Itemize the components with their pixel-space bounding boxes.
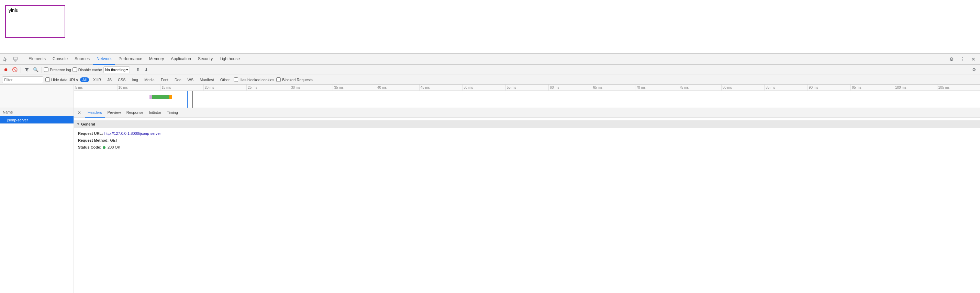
throttle-label: No throttling: [105, 68, 126, 72]
record-btn[interactable]: ⏺: [2, 66, 10, 73]
blocked-cookies-checkbox[interactable]: [234, 77, 238, 82]
request-name: jsonp-server: [7, 118, 28, 122]
toolbar-right: ⚙: [970, 66, 978, 73]
bar-waiting: [150, 95, 152, 99]
general-section-title: General: [81, 122, 95, 126]
filter-js-btn[interactable]: JS: [105, 77, 114, 82]
filter-all-btn[interactable]: All: [80, 77, 89, 82]
hide-data-urls-checkbox[interactable]: [45, 77, 50, 82]
waterfall-area: [74, 91, 980, 108]
tick-25ms: 25 ms: [247, 84, 290, 91]
devtools-panel: Elements Console Sources Network Perform…: [0, 53, 980, 293]
tab-lighthouse[interactable]: Lighthouse: [216, 54, 243, 65]
import-btn[interactable]: ⬆: [134, 66, 141, 73]
hide-data-urls-text: Hide data URLs: [51, 78, 78, 82]
filter-row: Hide data URLs All XHR JS CSS Img Media …: [0, 75, 980, 84]
tab-performance[interactable]: Performance: [115, 54, 146, 65]
detail-tab-response[interactable]: Response: [124, 108, 146, 118]
disable-cache-label[interactable]: Disable cache: [73, 67, 102, 72]
detail-tab-headers[interactable]: Headers: [85, 108, 105, 118]
status-dot-icon: [103, 146, 105, 149]
detail-tab-timing[interactable]: Timing: [164, 108, 181, 118]
svg-rect-0: [14, 57, 17, 60]
request-method-value: GET: [110, 138, 118, 143]
tab-sources[interactable]: Sources: [71, 54, 93, 65]
search-btn[interactable]: 🔍: [32, 66, 40, 73]
export-btn[interactable]: ⬇: [143, 66, 150, 73]
blocked-requests-label[interactable]: Blocked Requests: [276, 77, 313, 82]
tab-security[interactable]: Security: [194, 54, 216, 65]
svg-rect-1: [15, 60, 16, 61]
inspect-element-btn[interactable]: [2, 55, 10, 64]
detail-tab-preview[interactable]: Preview: [105, 108, 124, 118]
initiator-tab-label: Initiator: [149, 110, 161, 115]
response-tab-label: Response: [126, 110, 144, 115]
tick-40ms: 40 ms: [376, 84, 419, 91]
close-details-btn[interactable]: ✕: [76, 109, 83, 116]
tick-45ms: 45 ms: [419, 84, 463, 91]
yinlu-box: yinlu: [5, 5, 65, 38]
tab-memory[interactable]: Memory: [146, 54, 167, 65]
blocked-cookies-label[interactable]: Has blocked cookies: [234, 77, 274, 82]
filter-img-btn[interactable]: Img: [130, 77, 140, 82]
request-url-row: Request URL: http://127.0.0.1:8000/jsonp…: [78, 131, 976, 136]
tick-80ms: 80 ms: [721, 84, 765, 91]
clear-btn[interactable]: 🚫: [11, 66, 19, 73]
tick-60ms: 60 ms: [549, 84, 592, 91]
disable-cache-text: Disable cache: [78, 68, 102, 72]
device-toolbar-btn[interactable]: [11, 55, 20, 64]
preserve-log-checkbox[interactable]: [44, 67, 48, 72]
request-url-value[interactable]: http://127.0.0.1:8000/jsonp-server: [105, 131, 161, 136]
request-bar[interactable]: [150, 95, 172, 99]
tab-separator: [23, 56, 23, 62]
toolbar-sep-1: [21, 67, 21, 73]
network-settings-btn[interactable]: ⚙: [970, 66, 978, 73]
tab-elements[interactable]: Elements: [25, 54, 49, 65]
tab-application[interactable]: Application: [167, 54, 194, 65]
toolbar-sep-2: [41, 67, 42, 73]
filter-xhr-btn[interactable]: XHR: [91, 77, 103, 82]
ruler-ticks: 5 ms 10 ms 15 ms 20 ms 25 ms 30 ms 35 ms…: [74, 84, 980, 91]
filter-btn[interactable]: [23, 66, 30, 73]
general-section-header[interactable]: ▼ General: [74, 120, 980, 128]
filter-doc-btn[interactable]: Doc: [172, 77, 183, 82]
blocked-requests-checkbox[interactable]: [276, 77, 281, 82]
tick-15ms: 15 ms: [160, 84, 204, 91]
tick-20ms: 20 ms: [204, 84, 247, 91]
status-code-value: 200 OK: [103, 145, 120, 150]
tick-5ms: 5 ms: [74, 84, 117, 91]
close-devtools-btn[interactable]: ✕: [969, 55, 978, 64]
bar-orange: [169, 95, 172, 99]
devtools-tab-actions: ⚙ ⋮ ✕: [947, 55, 978, 64]
disable-cache-checkbox[interactable]: [73, 67, 77, 72]
preserve-log-label[interactable]: Preserve log: [44, 67, 71, 72]
timing-tab-label: Timing: [167, 110, 178, 115]
main-content: Name jsonp-server ✕ Headers Preview Resp…: [0, 108, 980, 293]
preview-tab-label: Preview: [108, 110, 121, 115]
page-area: yinlu: [0, 0, 980, 53]
filter-css-btn[interactable]: CSS: [116, 77, 128, 82]
load-event-line: [192, 91, 193, 108]
status-code-text: 200 OK: [108, 145, 120, 149]
tab-network[interactable]: Network: [93, 54, 115, 65]
request-row[interactable]: jsonp-server: [0, 116, 73, 124]
filter-font-btn[interactable]: Font: [159, 77, 170, 82]
timeline-area: 5 ms 10 ms 15 ms 20 ms 25 ms 30 ms 35 ms…: [0, 84, 980, 108]
status-code-row: Status Code: 200 OK: [78, 145, 976, 150]
tab-console[interactable]: Console: [49, 54, 71, 65]
throttle-select[interactable]: No throttling ▾: [103, 66, 130, 73]
filter-manifest-btn[interactable]: Manifest: [197, 77, 216, 82]
filter-media-btn[interactable]: Media: [142, 77, 157, 82]
yinlu-text: yinlu: [9, 8, 19, 13]
filter-other-btn[interactable]: Other: [218, 77, 232, 82]
tick-30ms: 30 ms: [290, 84, 333, 91]
more-options-btn[interactable]: ⋮: [958, 55, 967, 64]
headers-tab-label: Headers: [88, 110, 102, 115]
tick-70ms: 70 ms: [635, 84, 678, 91]
filter-input[interactable]: [2, 76, 43, 83]
filter-ws-btn[interactable]: WS: [185, 77, 196, 82]
requests-header: Name: [0, 108, 73, 116]
settings-btn[interactable]: ⚙: [947, 55, 956, 64]
hide-data-urls-label[interactable]: Hide data URLs: [45, 77, 78, 82]
detail-tab-initiator[interactable]: Initiator: [146, 108, 164, 118]
